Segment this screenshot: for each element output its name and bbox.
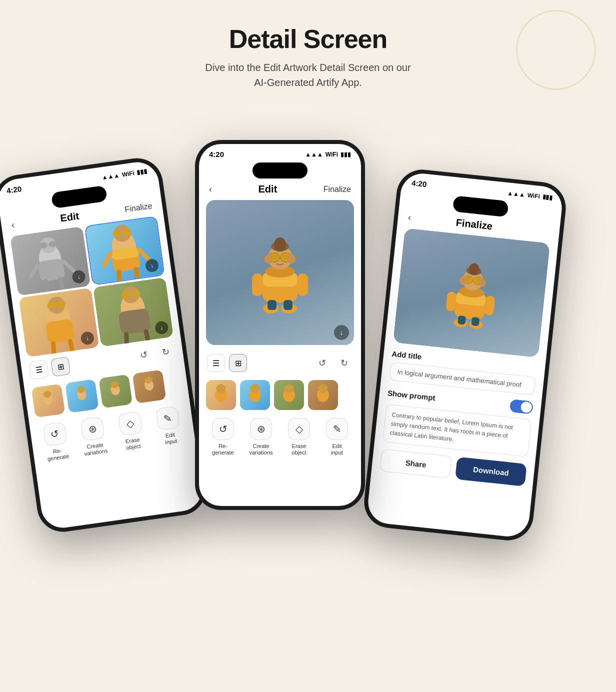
grid-bg-grey bbox=[10, 226, 90, 296]
edit-input-label-c: Editinput bbox=[331, 443, 343, 456]
status-icons-right: ▲▲▲ WiFi ▮▮▮ bbox=[507, 190, 554, 202]
character-olive bbox=[101, 278, 165, 347]
grid-cell-2[interactable]: ↓ bbox=[84, 216, 165, 286]
thumb-4[interactable] bbox=[132, 370, 166, 404]
svg-point-79 bbox=[284, 386, 289, 390]
edit-input-btn-c[interactable]: ✎ Editinput bbox=[322, 418, 352, 456]
back-button-left[interactable]: ‹ bbox=[11, 220, 16, 231]
back-chevron-right: ‹ bbox=[408, 212, 412, 224]
create-variations-btn-c[interactable]: ⊛ Createvariations bbox=[246, 418, 276, 456]
erase-icon-c: ◇ bbox=[288, 418, 310, 440]
status-bar-center: 4:20 ▲▲▲ WiFi ▮▮▮ bbox=[199, 144, 361, 160]
wifi-icon: WiFi bbox=[122, 170, 135, 178]
action-row-center: ↺ Re-generate ⊛ Createvariations ◇ Erase… bbox=[199, 413, 361, 464]
svg-point-80 bbox=[289, 386, 294, 390]
regenerate-btn-left[interactable]: ↺ Re-generate bbox=[38, 421, 74, 463]
finalize-image bbox=[393, 228, 550, 358]
main-image-center: ↓ bbox=[206, 200, 354, 345]
phone-right: 4:20 ▲▲▲ WiFi ▮▮▮ ‹ Finalize bbox=[362, 167, 568, 543]
back-button-right[interactable]: ‹ bbox=[408, 212, 412, 224]
svg-line-18 bbox=[139, 248, 148, 260]
thumb-c2[interactable] bbox=[240, 380, 270, 410]
grid-cell-1[interactable]: ↓ bbox=[10, 226, 90, 296]
edit-input-btn-left[interactable]: ✎ Editinput bbox=[152, 406, 186, 448]
time-center: 4:20 bbox=[209, 150, 224, 158]
grid-cell-4[interactable]: ↓ bbox=[93, 278, 174, 347]
grid-bg-blue bbox=[86, 217, 164, 284]
thumb-c4[interactable] bbox=[308, 380, 338, 410]
svg-line-5 bbox=[44, 281, 48, 294]
redo-btn-left[interactable]: ↻ bbox=[156, 342, 176, 362]
thumb-2[interactable] bbox=[65, 379, 99, 413]
back-chevron-left: ‹ bbox=[11, 220, 16, 231]
character-finalize bbox=[438, 251, 506, 334]
svg-rect-63 bbox=[252, 274, 263, 296]
battery-icon-r: ▮▮▮ bbox=[542, 193, 553, 201]
grid-cell-3[interactable]: ↓ bbox=[18, 288, 99, 357]
battery-icon: ▮▮▮ bbox=[136, 168, 148, 176]
svg-rect-102 bbox=[471, 316, 480, 326]
list-view-btn-left[interactable]: ☰ bbox=[28, 360, 49, 380]
create-variations-btn-left[interactable]: ⊛ Createvariations bbox=[76, 416, 111, 458]
list-view-btn-c[interactable]: ☰ bbox=[207, 354, 225, 372]
erase-object-btn-left[interactable]: ◇ Eraseobject bbox=[114, 410, 149, 452]
character-grey bbox=[18, 226, 82, 296]
svg-line-7 bbox=[30, 266, 39, 276]
phone-center-screen: 4:20 ▲▲▲ WiFi ▮▮▮ ‹ Edit Finalize bbox=[199, 144, 361, 506]
character-main bbox=[245, 228, 315, 318]
main-image-bg bbox=[206, 200, 354, 345]
prompt-text: Contrary to popular belief, Lorem Ipsum … bbox=[382, 404, 532, 457]
finalize-image-bg bbox=[393, 228, 550, 358]
signal-icon-r: ▲▲▲ bbox=[507, 190, 526, 198]
svg-point-71 bbox=[216, 386, 221, 390]
share-button[interactable]: Share bbox=[380, 449, 452, 479]
thumb-c3[interactable] bbox=[274, 380, 304, 410]
battery-icon-c: ▮▮▮ bbox=[340, 151, 351, 158]
grid-view-btn-left[interactable]: ⊞ bbox=[50, 356, 71, 377]
show-prompt-label: Show prompt bbox=[387, 388, 436, 402]
svg-line-15 bbox=[118, 272, 121, 284]
dynamic-island-center bbox=[252, 162, 308, 178]
thumb-3[interactable] bbox=[98, 374, 132, 408]
regenerate-btn-c[interactable]: ↺ Re-generate bbox=[208, 418, 238, 456]
toolbar-center: ☰ ⊞ ↺ ↻ bbox=[199, 349, 361, 377]
svg-point-75 bbox=[250, 386, 255, 390]
signal-icon-c: ▲▲▲ bbox=[305, 151, 323, 158]
svg-line-17 bbox=[102, 254, 112, 266]
grid-bg-warm bbox=[18, 288, 99, 357]
erase-object-btn-c[interactable]: ◇ Eraseobject bbox=[284, 418, 314, 456]
back-button-center[interactable]: ‹ bbox=[209, 184, 212, 194]
main-download-btn[interactable]: ↓ bbox=[334, 325, 349, 340]
svg-point-84 bbox=[323, 386, 328, 390]
nav-center: ‹ Edit Finalize bbox=[199, 178, 361, 200]
erase-label-left: Eraseobject bbox=[125, 436, 142, 452]
phone-left-screen: 4:20 ▲▲▲ WiFi ▮▮▮ ‹ Edit Finalize bbox=[0, 160, 204, 530]
back-chevron-center: ‹ bbox=[209, 184, 212, 194]
time-left: 4:20 bbox=[6, 184, 22, 195]
undo-btn-c[interactable]: ↺ bbox=[313, 354, 331, 372]
finalize-btn-center[interactable]: Finalize bbox=[324, 185, 351, 194]
svg-line-6 bbox=[60, 278, 64, 292]
create-variations-label-left: Createvariations bbox=[83, 441, 108, 458]
regenerate-icon-left: ↺ bbox=[42, 422, 68, 446]
image-grid-left: ↓ bbox=[10, 216, 174, 358]
show-prompt-toggle[interactable] bbox=[510, 399, 534, 414]
svg-rect-101 bbox=[458, 315, 466, 324]
regenerate-label-left: Re-generate bbox=[46, 446, 70, 462]
undo-btn-left[interactable]: ↺ bbox=[134, 345, 154, 366]
title-input-value: In logical argument and mathematical pro… bbox=[397, 368, 522, 388]
erase-icon-left: ◇ bbox=[118, 411, 143, 436]
finalize-btn-left[interactable]: Finalize bbox=[124, 201, 152, 214]
status-icons-center: ▲▲▲ WiFi ▮▮▮ bbox=[305, 151, 351, 158]
grid-view-btn-c[interactable]: ⊞ bbox=[229, 354, 247, 372]
thumb-1[interactable] bbox=[32, 384, 66, 418]
redo-btn-c[interactable]: ↻ bbox=[335, 354, 353, 372]
create-variations-icon-left: ⊛ bbox=[80, 416, 105, 442]
download-button[interactable]: Download bbox=[455, 457, 527, 486]
thumb-c1[interactable] bbox=[206, 380, 236, 410]
svg-point-83 bbox=[318, 386, 323, 390]
time-right: 4:20 bbox=[412, 178, 428, 188]
grid-bg-olive bbox=[93, 278, 174, 347]
create-variations-label-c: Createvariations bbox=[249, 443, 272, 456]
signal-icon: ▲▲▲ bbox=[102, 172, 120, 181]
